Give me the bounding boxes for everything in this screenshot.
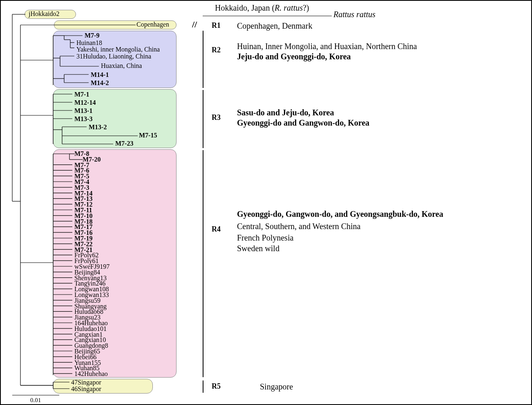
r5-anno-0: Singapore [260, 382, 293, 392]
root-line [203, 13, 338, 19]
outgroup-taxon: jHokkaido2 [29, 10, 60, 18]
r5-label: R5 [212, 382, 221, 391]
r3-taxon-6: M7-23 [115, 140, 133, 147]
r1-taxon-1: Copenhagen [136, 21, 169, 28]
r3-label: R3 [212, 113, 221, 122]
r3-taxon-5: M7-15 [139, 132, 157, 139]
r3-anno-0: Sasu-do and Jeju-do, Korea [237, 108, 334, 117]
r4-taxon-plain-21: 142Huhehao [74, 370, 108, 378]
r2-label: R2 [212, 46, 221, 54]
r5-taxon-1: 46Singapor [71, 385, 101, 393]
r3-taxon-4: M13-2 [89, 124, 107, 131]
r4-anno-0: Gyeonggi-do, Gangwon-do, and Gyeongsangb… [237, 209, 443, 219]
r5-bar [203, 380, 203, 393]
root-species-label: Rattus rattus [333, 10, 376, 19]
r2-bar [203, 31, 203, 88]
r4-anno-2: French Polynesia [237, 233, 293, 243]
r2-anno-1: Jeju-do and Gyeonggi-do, Korea [237, 52, 351, 61]
r4-label: R4 [212, 225, 221, 234]
outgroup-anno-prefix: Hokkaido, Japan ( [215, 3, 275, 12]
r2-taxon-m14-2: M14-2 [91, 79, 109, 87]
r3-taxon-0: M7-1 [74, 91, 89, 98]
r4-anno-3: Sweden wild [237, 244, 279, 253]
r4-bar [203, 150, 203, 377]
r3-taxon-2: M13-1 [74, 107, 92, 115]
r3-taxon-3: M13-3 [74, 115, 92, 123]
r2-anno-0: Huinan, Inner Mongolia, and Huaxian, Nor… [237, 42, 417, 51]
r2-taxon-m14-1: M14-1 [91, 71, 109, 79]
r3-anno-1: Gyeonggi-do and Gangwon-do, Korea [237, 118, 369, 128]
outgroup-anno-species: R. rattus [275, 3, 303, 12]
r2-taxon-yakeshi: Yakeshi, inner Mongolia, China [76, 46, 160, 53]
branch-break-symbol: // [192, 19, 197, 30]
outgroup-anno-suffix: ?) [303, 3, 309, 12]
r3-bar [203, 90, 203, 148]
r1-anno-0: Copenhagen, Denmark [237, 21, 312, 31]
r4-anno-1: Central, Southern, and Western China [237, 222, 360, 231]
r2-taxon-m7-9: M7-9 [85, 32, 99, 39]
outgroup-annotation: Hokkaido, Japan (R. rattus?) [215, 3, 309, 13]
r3-taxon-1: M12-14 [74, 99, 96, 106]
r2-taxon-huaxian: Huaxian, China [101, 62, 142, 70]
scale-label: 0.01 [30, 397, 41, 404]
r2-taxon-huludao: 31Huludao, Liaoning, China [76, 53, 151, 60]
r1-label: R1 [212, 21, 221, 30]
